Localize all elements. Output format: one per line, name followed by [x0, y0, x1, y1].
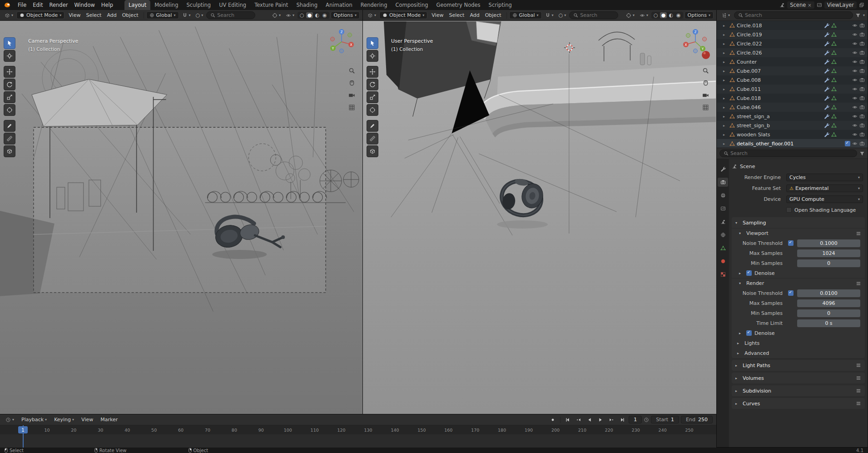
preset-menu-icon[interactable]	[856, 281, 861, 286]
frame-end-field[interactable]: End250	[681, 416, 713, 423]
transform-tool[interactable]	[367, 104, 378, 116]
options-dropdown[interactable]: Options▾	[684, 11, 714, 19]
outliner-row[interactable]: ▸ Circle.026	[717, 48, 868, 57]
modifier-wrench-icon[interactable]	[824, 59, 829, 65]
filter-icon[interactable]	[859, 151, 865, 156]
disable-render-camera-icon[interactable]	[859, 23, 865, 28]
hide-viewport-eye-icon[interactable]	[852, 68, 858, 74]
viewport-menu-item[interactable]: Object	[119, 11, 141, 19]
select-box-tool[interactable]	[367, 37, 378, 49]
preset-menu-icon[interactable]	[856, 375, 861, 381]
hide-viewport-eye-icon[interactable]	[852, 86, 858, 92]
expand-arrow[interactable]: ▸	[723, 105, 728, 110]
collapsed-panel[interactable]: ▸Curves	[732, 398, 865, 409]
measure-tool[interactable]	[4, 133, 15, 144]
tab-texture[interactable]	[718, 270, 728, 279]
expand-arrow[interactable]: ▸	[723, 42, 728, 46]
preset-menu-icon[interactable]	[856, 388, 861, 393]
shading-wireframe-button[interactable]: ○	[298, 12, 306, 18]
blender-logo-icon[interactable]	[4, 2, 12, 8]
modifier-wrench-icon[interactable]	[824, 105, 829, 110]
filter-icon[interactable]	[855, 13, 861, 18]
modifier-wrench-icon[interactable]	[824, 41, 829, 46]
keying-menu[interactable]: Keying▾	[52, 416, 76, 423]
options-dropdown[interactable]: Options▾	[331, 11, 360, 19]
workspace-tab[interactable]: Scripting	[485, 0, 516, 10]
sampling-panel-header[interactable]: ▾Sampling	[732, 217, 865, 228]
timeline-scrub-area[interactable]: 1020304050607080901001101201301401501601…	[0, 425, 716, 448]
chair-object[interactable]	[599, 32, 635, 61]
shading-rendered-button[interactable]: ◉	[321, 12, 328, 18]
expand-arrow[interactable]: ▸	[723, 60, 728, 64]
bicycles-row[interactable]	[205, 191, 346, 203]
viewport-search[interactable]	[569, 11, 618, 19]
modifier-wrench-icon[interactable]	[824, 68, 829, 74]
search-input[interactable]	[217, 12, 249, 18]
shading-rendered-button[interactable]: ◉	[675, 12, 682, 18]
rotate-tool[interactable]	[367, 79, 378, 90]
collapsed-panel[interactable]: ▸Light Paths	[732, 360, 865, 371]
headphones-object[interactable]	[212, 217, 285, 259]
editor-type-button[interactable]: ▾	[3, 12, 15, 19]
move-tool[interactable]	[367, 66, 378, 78]
mode-dropdown[interactable]: Object Mode▾	[379, 11, 427, 19]
shading-material-button[interactable]: ◐	[313, 12, 321, 18]
disable-render-camera-icon[interactable]	[859, 32, 865, 37]
mode-dropdown[interactable]: Object Mode▾	[16, 11, 64, 19]
hide-viewport-eye-icon[interactable]	[852, 123, 858, 128]
editor-type-button[interactable]: ▾	[366, 12, 378, 19]
annotate-tool[interactable]	[4, 120, 15, 132]
cursor-tool[interactable]	[367, 50, 378, 62]
hide-viewport-eye-icon[interactable]	[852, 114, 858, 119]
transform-tool[interactable]	[4, 104, 15, 116]
collapsed-panel[interactable]: ▸Subdivision	[732, 385, 865, 396]
viewport-denoise-row[interactable]: ▸ Denoise	[732, 268, 865, 278]
editor-type-button[interactable]: ▾	[719, 12, 732, 19]
cursor-3d[interactable]	[564, 42, 575, 53]
proportional-edit-toggle[interactable]: ○▾	[557, 11, 568, 19]
marker-menu[interactable]: Marker	[99, 416, 119, 423]
render-time-limit-field[interactable]: 0 s	[797, 319, 860, 327]
viewport-max-samples-field[interactable]: 1024	[797, 249, 860, 257]
tab-render[interactable]	[718, 178, 728, 187]
expand-arrow[interactable]: ▸	[723, 124, 728, 128]
overlays-toggle[interactable]: ▾	[638, 12, 650, 19]
jump-to-start-button[interactable]	[563, 416, 572, 423]
disable-render-camera-icon[interactable]	[859, 50, 865, 55]
outliner-row[interactable]: ▸ Cube.007	[717, 66, 868, 75]
hide-viewport-eye-icon[interactable]	[852, 41, 858, 46]
play-reverse-button[interactable]	[585, 416, 594, 423]
workspace-tab[interactable]: Geometry Nodes	[432, 0, 485, 10]
measure-tool[interactable]	[367, 133, 378, 144]
modifier-wrench-icon[interactable]	[824, 95, 829, 101]
frame-ruler[interactable]: 1020304050607080901001101201301401501601…	[0, 425, 716, 434]
disable-render-camera-icon[interactable]	[859, 132, 865, 137]
hide-viewport-eye-icon[interactable]	[852, 59, 858, 65]
next-keyframe-button[interactable]	[607, 416, 616, 423]
headphones-object[interactable]	[497, 177, 548, 229]
frame-start-field[interactable]: Start1	[651, 416, 679, 423]
modifier-wrench-icon[interactable]	[824, 32, 829, 37]
zoom-icon[interactable]	[348, 67, 355, 74]
viewport-menu-item[interactable]: Object	[482, 11, 504, 19]
outliner-row-active[interactable]: ▸ details_other_floor.001	[717, 139, 868, 148]
preset-menu-icon[interactable]	[856, 363, 861, 368]
viewport-noise-threshold-field[interactable]: 0.1000	[797, 239, 860, 247]
playback-menu[interactable]: Playback▾	[20, 416, 49, 423]
preset-menu-icon[interactable]	[856, 401, 861, 406]
preset-menu-icon[interactable]	[856, 231, 861, 236]
render-subpanel-header[interactable]: ▾Render	[732, 278, 865, 288]
tab-tool[interactable]	[718, 164, 728, 174]
modifier-wrench-icon[interactable]	[824, 123, 829, 128]
navigation-gizmo[interactable]: Z X Y	[328, 27, 355, 55]
use-preview-range-clock-icon[interactable]	[644, 417, 649, 423]
render-min-samples-field[interactable]: 0	[797, 309, 860, 317]
proportional-edit-toggle[interactable]: ○▾	[194, 11, 205, 19]
transform-orientation-dropdown[interactable]: Global▾	[146, 11, 179, 19]
tab-output[interactable]	[718, 191, 728, 200]
viewport-canvas[interactable]: Camera Perspective (1) Collection	[0, 21, 362, 414]
viewport-search[interactable]	[206, 11, 255, 19]
search-input[interactable]	[730, 150, 762, 156]
editor-type-button[interactable]: ▾	[4, 416, 16, 423]
transform-orientation-dropdown[interactable]: Global▾	[509, 11, 542, 19]
